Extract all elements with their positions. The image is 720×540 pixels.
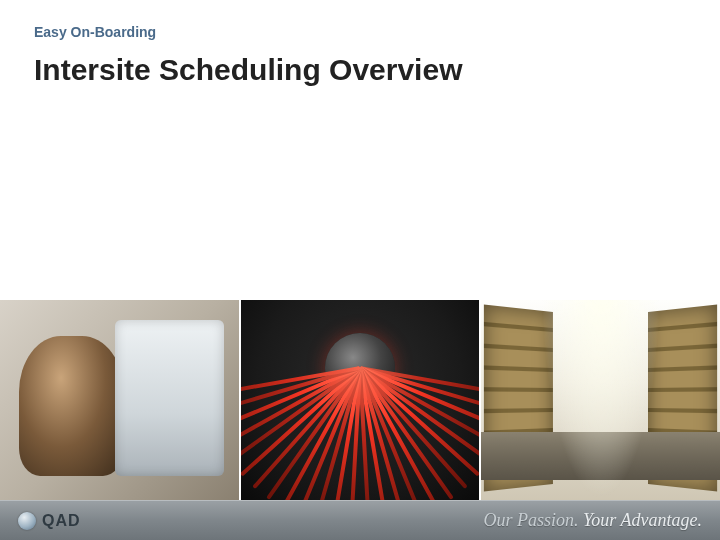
- globe-icon: [18, 512, 36, 530]
- monitor-screen-icon: [124, 340, 215, 456]
- spacer: [0, 88, 720, 300]
- brand: QAD: [18, 512, 81, 530]
- warehouse-light-icon: [541, 300, 661, 500]
- tagline: Our Passion. Your Advantage.: [483, 510, 702, 531]
- image-people-at-monitor: [0, 300, 239, 500]
- tagline-rest: Your Advantage.: [578, 510, 702, 530]
- brand-name: QAD: [42, 512, 81, 530]
- image-network-cables: [241, 300, 480, 500]
- kicker-text: Easy On-Boarding: [34, 24, 686, 40]
- image-warehouse: [481, 300, 720, 500]
- image-row: [0, 300, 720, 500]
- tagline-strong: Our Passion.: [483, 510, 578, 530]
- footer-bar: QAD Our Passion. Your Advantage.: [0, 500, 720, 540]
- page-title: Intersite Scheduling Overview: [34, 52, 686, 88]
- slide: Easy On-Boarding Intersite Scheduling Ov…: [0, 0, 720, 540]
- header: Easy On-Boarding Intersite Scheduling Ov…: [0, 0, 720, 88]
